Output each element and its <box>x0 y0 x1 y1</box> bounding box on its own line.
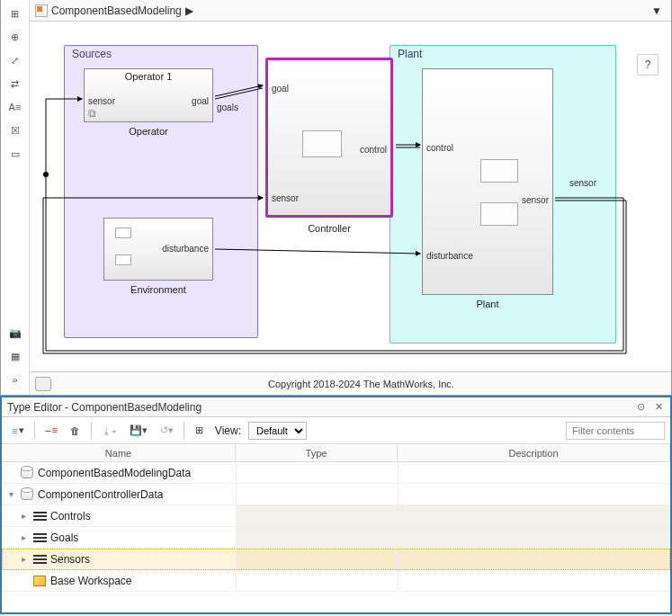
breadcrumb[interactable]: ComponentBasedModeling <box>51 4 182 17</box>
view-select[interactable]: Default <box>248 422 307 440</box>
annotation-icon[interactable]: A≡ <box>5 97 25 117</box>
import-button[interactable]: ⭳▾ <box>97 421 121 441</box>
sources-label: Sources <box>72 48 112 60</box>
expander-icon[interactable]: ▾ <box>5 489 16 499</box>
operator-block[interactable]: Operator 1 sensor goal ⧉ <box>84 68 213 122</box>
table-icon[interactable]: ▦ <box>5 346 25 366</box>
plant-port-sensor-inner: sensor <box>522 195 549 205</box>
type-editor-panel: Type Editor - ComponentBasedModeling ⊙ ✕… <box>0 396 672 614</box>
operator-out-goals: goals <box>217 103 238 112</box>
operator-port-goal: goal <box>192 96 209 106</box>
expand-tree-button[interactable]: ⊞ <box>190 421 210 441</box>
environment-caption: Environment <box>130 284 186 295</box>
help-button[interactable]: ? <box>637 54 659 76</box>
type-editor-titlebar: Type Editor - ComponentBasedModeling ⊙ ✕ <box>2 397 670 417</box>
environment-block[interactable]: disturbance <box>103 218 213 281</box>
data-store-icon[interactable] <box>35 377 51 391</box>
plant-port-control: control <box>426 143 453 153</box>
image-icon[interactable]: ☒ <box>5 121 25 140</box>
tree-row-cc-data[interactable]: ▾ComponentControllerData <box>2 484 670 505</box>
diagram-canvas[interactable]: ? Sources Plant Operator 1 sensor goal ⧉… <box>30 22 671 371</box>
tab-menu-caret-icon[interactable]: ▼ <box>648 4 666 17</box>
plant-out-sensor: sensor <box>569 178 596 188</box>
filter-input[interactable] <box>566 422 665 440</box>
tree-row-cbm-data[interactable]: ComponentBasedModelingData <box>2 462 670 484</box>
model-canvas: ⊞ ⊕ ⤢ ⇄ A≡ ☒ ▭ 📷 ▦ » ComponentBasedModel… <box>0 0 672 396</box>
controller-port-sensor: sensor <box>272 193 299 203</box>
col-desc[interactable]: Description <box>398 444 670 461</box>
plant-caption: Plant <box>476 299 498 309</box>
swap-io-icon[interactable]: ⇄ <box>5 74 25 94</box>
col-type[interactable]: Type <box>236 444 398 461</box>
zoom-in-icon[interactable]: ⊕ <box>5 27 25 47</box>
fit-view-icon[interactable]: ⤢ <box>5 50 25 70</box>
svg-point-4 <box>43 172 49 177</box>
clear-button[interactable]: ‒≡ <box>40 421 61 441</box>
operator-title: Operator 1 <box>85 69 212 84</box>
sync-button[interactable]: ↺▾ <box>156 421 178 441</box>
operator-caption: Operator <box>129 126 167 137</box>
canvas-footer: Copyright 2018-2024 The MathWorks, Inc. <box>30 371 671 395</box>
plant-port-disturbance: disturbance <box>426 251 473 261</box>
model-icon <box>35 4 48 17</box>
tree-row-base-workspace[interactable]: Base Workspace <box>2 570 670 592</box>
type-columns-header: Name Type Description <box>2 444 670 462</box>
controller-port-goal: goal <box>272 84 289 94</box>
subsystem-badge-icon: ⧉ <box>88 107 96 120</box>
view-label: View: <box>215 424 241 437</box>
copyright-text: Copyright 2018-2024 The MathWorks, Inc. <box>57 379 666 389</box>
controller-port-control: control <box>360 145 387 155</box>
side-toolbar: ⊞ ⊕ ⤢ ⇄ A≡ ☒ ▭ 📷 ▦ » <box>1 0 30 395</box>
snapshot-icon[interactable]: 📷 <box>5 323 25 343</box>
env-port-disturbance: disturbance <box>162 244 209 254</box>
hide-browser-icon[interactable]: ⊞ <box>5 4 25 23</box>
area-icon[interactable]: ▭ <box>5 144 25 164</box>
plant-label: Plant <box>398 48 422 60</box>
type-tree: ComponentBasedModelingData ▾ComponentCon… <box>2 462 670 612</box>
operator-port-sensor: sensor <box>88 96 115 106</box>
tree-row-goals[interactable]: ▸Goals <box>2 527 670 549</box>
breadcrumb-bar: ComponentBasedModeling ▶ ▼ <box>30 0 671 22</box>
chevron-right-icon: ▶ <box>185 4 193 17</box>
type-editor-toolbar: ≡▾ ‒≡ 🗑 ⭳▾ 💾▾ ↺▾ ⊞ View: Default <box>2 417 670 444</box>
tree-row-controls[interactable]: ▸Controls <box>2 505 670 527</box>
collapse-icon[interactable]: » <box>5 370 25 389</box>
plant-block[interactable]: control disturbance sensor <box>422 68 553 295</box>
delete-button[interactable]: 🗑 <box>66 421 85 441</box>
close-panel-icon[interactable]: ✕ <box>652 401 665 413</box>
col-name[interactable]: Name <box>2 444 236 461</box>
minimize-panel-icon[interactable]: ⊙ <box>634 401 647 413</box>
controller-caption: Controller <box>308 223 351 234</box>
save-button[interactable]: 💾▾ <box>125 421 152 441</box>
tree-row-sensors[interactable]: ▸Sensors <box>2 549 670 570</box>
controller-block[interactable]: goal sensor control <box>265 58 393 218</box>
new-type-button[interactable]: ≡▾ <box>7 421 29 441</box>
type-editor-title: Type Editor - ComponentBasedModeling <box>7 401 202 414</box>
